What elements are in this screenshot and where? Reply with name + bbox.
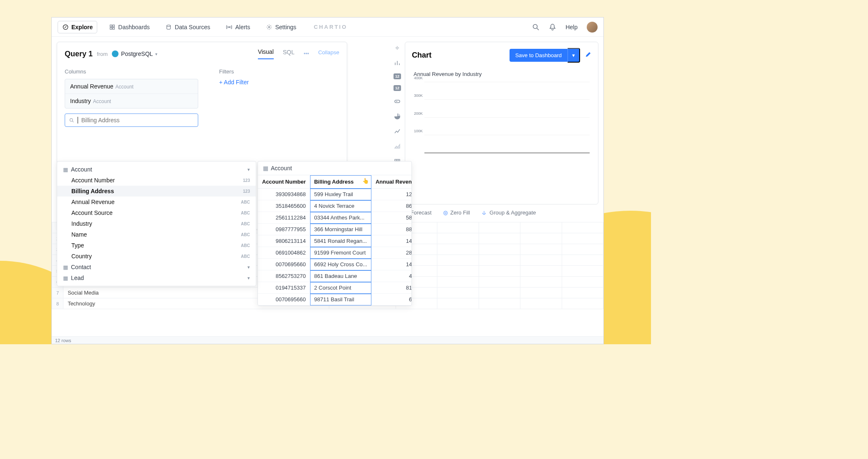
preview-row[interactable]: 069100486291599 Fremont Court2812 (258, 247, 412, 259)
preview-row[interactable]: 256111228403344 Anthes Park...5830 (258, 212, 412, 224)
y-axis-tick: 400K (414, 76, 424, 80)
svg-point-6 (229, 26, 230, 28)
chart-title: Annual Revenue by Industry (414, 71, 591, 77)
area-chart-icon[interactable] (393, 142, 402, 151)
datasource-dot-icon (112, 50, 119, 57)
status-footer: 12 rows (52, 336, 603, 344)
schema-column[interactable]: Billing Address123 (57, 186, 256, 197)
svg-rect-2 (113, 25, 114, 26)
schema-column[interactable]: TypeABC (57, 240, 256, 251)
table-icon: ▦ (63, 275, 68, 281)
number-trend-icon[interactable]: 12 (394, 85, 401, 91)
y-axis-tick: 100K (414, 129, 424, 133)
columns-label: Columns (65, 68, 198, 75)
number-icon[interactable]: 12 (394, 73, 401, 79)
preview-col-header[interactable]: Annual Revenue (371, 175, 412, 189)
schema-column[interactable]: IndustryABC (57, 218, 256, 229)
gear-icon (266, 24, 272, 30)
help-link[interactable]: Help (565, 24, 578, 30)
schema-column[interactable]: Annual RevenueABC (57, 197, 256, 207)
save-to-dashboard-button[interactable]: Save to Dashboard (510, 49, 568, 62)
preview-col-header[interactable]: Account Number (258, 175, 310, 189)
ellipsis-icon[interactable]: ••• (304, 51, 309, 57)
chevron-down-icon: ▾ (247, 167, 250, 172)
save-dropdown-button[interactable]: ▾ (568, 48, 580, 63)
table-lead[interactable]: ▦ Lead▾ (57, 272, 256, 283)
nav-datasources[interactable]: Data Sources (161, 21, 214, 33)
chevron-down-icon: ▾ (247, 275, 250, 281)
magic-icon[interactable]: ✧ (393, 43, 402, 53)
gauge-icon[interactable] (393, 97, 402, 106)
svg-point-5 (167, 25, 171, 26)
preview-row[interactable]: 01947153372 Corscot Point8193 (258, 282, 412, 294)
chevron-down-icon: ▾ (247, 265, 250, 270)
collapse-link[interactable]: Collapse (318, 49, 339, 59)
preview-row[interactable]: 98062131145841 Ronald Regan...1450 (258, 235, 412, 247)
tab-visual[interactable]: Visual (258, 48, 274, 59)
nav-dashboards[interactable]: Dashboards (105, 21, 154, 33)
column-chip[interactable]: IndustryAccount (65, 94, 198, 108)
column-search-input[interactable] (65, 113, 198, 127)
schema-column[interactable]: Account Number123 (57, 175, 256, 186)
broadcast-icon (226, 24, 232, 30)
bell-icon[interactable] (549, 23, 556, 31)
table-icon: ▦ (263, 165, 268, 171)
preview-row[interactable]: 8562753270861 Badeau Lane405 (258, 270, 412, 282)
add-filter-button[interactable]: + Add Filter (219, 79, 249, 86)
preview-row[interactable]: 00706956606692 Holy Cross Co...1449 (258, 259, 412, 270)
preview-row[interactable]: 0987777955366 Morningstar Hill8848 (258, 224, 412, 235)
brand-logo: CHARTIO (314, 24, 347, 30)
bar-chart-icon[interactable] (393, 58, 402, 68)
edit-icon[interactable] (585, 51, 591, 59)
app-window: Explore Dashboards Data Sources Alerts S… (51, 17, 604, 344)
nav-alerts[interactable]: Alerts (222, 21, 255, 33)
svg-point-7 (268, 26, 270, 28)
pointer-cursor-icon: 👆 (362, 178, 369, 184)
table-account[interactable]: ▦ Account▾ (57, 164, 256, 175)
chart-plot: 100K200K300K400K (424, 82, 590, 153)
preview-row[interactable]: 3930934868599 Huxley Trail1272 (258, 189, 412, 200)
svg-rect-3 (110, 27, 112, 29)
y-axis-tick: 200K (414, 111, 424, 116)
grid-icon (109, 24, 115, 30)
line-chart-icon[interactable] (393, 127, 402, 136)
column-chip[interactable]: Annual RevenueAccount (65, 79, 198, 94)
filters-label: Filters (219, 68, 249, 75)
query-title: Query 1 (65, 50, 93, 58)
from-label: from (97, 51, 108, 57)
chart-panel-title: Chart (412, 51, 431, 60)
table-contact[interactable]: ▦ Contact▾ (57, 262, 256, 272)
compass-icon (62, 24, 68, 30)
y-axis-tick: 300K (414, 93, 424, 98)
zero-icon: ◎ (443, 209, 448, 216)
schema-column[interactable]: Account SourceABC (57, 207, 256, 218)
database-icon (166, 24, 172, 30)
pipeline-zero-fill[interactable]: ◎Zero Fill (443, 209, 470, 216)
user-avatar[interactable] (587, 22, 598, 33)
pie-icon[interactable] (393, 112, 402, 121)
svg-point-9 (70, 119, 73, 121)
group-icon: ⫝ (482, 209, 487, 216)
svg-point-8 (533, 24, 537, 28)
schema-column[interactable]: NameABC (57, 229, 256, 240)
top-navbar: Explore Dashboards Data Sources Alerts S… (52, 18, 603, 37)
preview-col-header-selected[interactable]: Billing Address 👆 (310, 175, 371, 189)
search-icon[interactable] (532, 23, 540, 31)
table-icon: ▦ (63, 264, 68, 270)
chevron-down-icon: ▾ (155, 52, 157, 56)
schema-tree-dropdown: ▦ Account▾ Account Number123Billing Addr… (57, 161, 256, 286)
pipeline-group-aggregate[interactable]: ⫝Group & Aggregate (482, 209, 536, 216)
preview-row[interactable]: 35184656004 Novick Terrace8648 (258, 200, 412, 212)
schema-column[interactable]: CountryABC (57, 251, 256, 262)
table-icon: ▦ (63, 166, 68, 173)
preview-row[interactable]: 007069566098711 Basil Trail630 (258, 294, 412, 305)
columns-box: Annual RevenueAccount IndustryAccount (65, 79, 198, 108)
nav-explore[interactable]: Explore (58, 21, 97, 33)
datasource-selector[interactable]: PostgreSQL ▾ (112, 50, 157, 57)
nav-settings[interactable]: Settings (262, 21, 300, 33)
chart-card: Chart Save to Dashboard ▾ Annual Revenue… (405, 42, 598, 204)
svg-rect-1 (110, 25, 112, 26)
tab-sql[interactable]: SQL (283, 49, 295, 59)
search-icon (69, 118, 74, 123)
preview-table-popup: ▦Account Account Number Billing Address … (257, 161, 412, 306)
